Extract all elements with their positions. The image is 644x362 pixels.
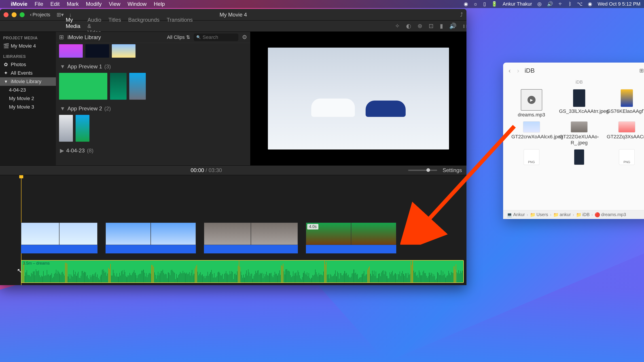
battery-icon[interactable]: 🔋 — [491, 1, 497, 7]
event-header-3[interactable]: ▶ 4-04-23 (8) — [59, 144, 247, 157]
stabilize-icon[interactable]: ▮ — [440, 22, 443, 29]
finder-back-icon[interactable]: ‹ — [508, 67, 511, 74]
sidebar: PROJECT MEDIA 🎬 My Movie 4 LIBRARIES ✿ P… — [0, 32, 56, 165]
event-2-count: (2) — [104, 105, 111, 112]
event-header-1[interactable]: ▼ App Preview 1 (3) — [59, 60, 247, 73]
timeline-clip-2[interactable] — [106, 223, 196, 253]
png-file-icon — [524, 149, 539, 165]
finder-title: iDB — [524, 67, 535, 74]
menu-file[interactable]: File — [35, 1, 44, 7]
timeline[interactable]: 4.0s 3.5m – dreams + ↖ — [0, 175, 466, 285]
tabs-row: My Media Audio & Video Titles Background… — [0, 20, 466, 32]
sidebar-all-events[interactable]: ✦ All Events — [0, 69, 56, 77]
sidebar-project-label: My Movie 4 — [11, 43, 36, 49]
path-crumb[interactable]: 💻 Ankur — [507, 212, 525, 217]
media-audio-thumb[interactable] — [59, 73, 107, 100]
jpeg-file-icon — [574, 149, 584, 165]
app-menu[interactable]: iMovie — [11, 1, 28, 7]
media-browser: ⊞ iMovie Library All Clips ⇅ 🔍 ⚙ — [56, 32, 250, 165]
timeline-settings[interactable]: Settings — [442, 167, 462, 173]
event-1-count: (3) — [104, 63, 111, 70]
finder-item[interactable] — [508, 149, 554, 166]
event-header-2[interactable]: ▼ App Preview 2 (2) — [59, 102, 247, 115]
finder-item-dreams[interactable]: ▶ dreams.mp3 — [508, 89, 554, 118]
finder-window: ‹ › iDB ⊞ ⇅ iDB ▶ dreams.mp3 GS_33lLXcAA… — [503, 62, 644, 219]
enhance-icon[interactable]: ✧ — [395, 22, 400, 29]
finder-view-switcher[interactable]: ⊞ ⇅ — [639, 67, 644, 74]
sidebar-photos[interactable]: ✿ Photos — [0, 60, 56, 69]
media-thumb[interactable] — [59, 115, 73, 142]
menu-view[interactable]: View — [109, 1, 120, 7]
audio-track[interactable]: 3.5m – dreams — [21, 260, 464, 283]
color-correction-icon[interactable]: ⊛ — [418, 22, 422, 29]
media-thumb[interactable] — [110, 73, 126, 100]
timeline-clip-3[interactable] — [204, 223, 298, 253]
bluetooth-icon[interactable]: ᛒ — [569, 1, 572, 7]
finder-item[interactable] — [604, 149, 644, 166]
finder-item[interactable]: GT22Zq3XsAACnYc.jpeg — [604, 121, 644, 146]
noise-icon[interactable]: ⫾⫾ — [463, 22, 466, 29]
media-thumb[interactable] — [59, 44, 83, 58]
grid-icon[interactable]: ⊞ — [59, 34, 64, 41]
path-crumb[interactable]: 📁 Users — [530, 212, 548, 217]
timeline-clip-1[interactable] — [21, 223, 98, 253]
menu-edit[interactable]: Edit — [50, 1, 60, 7]
siri-icon[interactable]: ◉ — [588, 1, 592, 7]
preview-image[interactable] — [268, 48, 449, 149]
jpeg-file-icon — [573, 89, 586, 107]
finder-toolbar[interactable]: ‹ › iDB ⊞ ⇅ — [503, 62, 644, 79]
zoom-slider[interactable] — [408, 170, 437, 171]
jpeg-file-icon — [618, 121, 635, 132]
user-name[interactable]: Ankur Thakur — [503, 1, 532, 7]
media-thumb[interactable] — [76, 115, 90, 142]
sidebar-project[interactable]: 🎬 My Movie 4 — [0, 42, 56, 50]
menu-help[interactable]: Help — [154, 1, 165, 7]
finder-item[interactable] — [556, 149, 602, 166]
color-balance-icon[interactable]: ◐ — [406, 22, 411, 29]
orbit-icon[interactable]: ◎ — [537, 1, 542, 7]
media-thumb[interactable] — [112, 44, 136, 58]
crop-icon[interactable]: ⊡ — [429, 22, 434, 29]
time-display: 00:00 / 03:30 — [191, 167, 222, 173]
clapperboard-icon: 🎬 — [3, 43, 8, 49]
finder-item[interactable]: GT22crwXoAAlcx6.jpeg — [508, 121, 554, 146]
media-search[interactable]: 🔍 — [194, 33, 238, 41]
path-crumb[interactable]: 📁 iDB — [576, 212, 590, 217]
media-thumb[interactable] — [86, 44, 109, 58]
timeline-clip-4[interactable]: 4.0s — [306, 223, 396, 253]
volume-icon[interactable]: 🔊 — [547, 1, 553, 7]
screenrec-icon[interactable]: ◉ — [464, 1, 468, 7]
wifi-icon[interactable]: ᯤ — [558, 1, 563, 7]
control-center-icon[interactable]: ⌥ — [577, 1, 582, 7]
sidebar-event-2[interactable]: My Movie 2 — [0, 94, 56, 103]
sidebar-library[interactable]: ▾ iMovie Library — [0, 77, 56, 86]
sidebar-event-1-label: 4-04-23 — [9, 87, 26, 93]
menu-modify[interactable]: Modify — [86, 1, 102, 7]
search-input[interactable] — [202, 34, 234, 40]
sidebar-event-3[interactable]: My Movie 3 — [0, 103, 56, 111]
phone-icon[interactable]: ▯ — [483, 1, 486, 7]
volume-icon[interactable]: 🔊 — [449, 22, 456, 29]
drag-cursor-icon: ↖ — [17, 267, 22, 274]
finder-item[interactable]: GS_33lLXcAAAtrr.jpeg — [556, 89, 602, 118]
finder-forward-icon[interactable]: › — [517, 67, 519, 74]
datetime[interactable]: Wed Oct 9 5:12 PM — [598, 1, 640, 7]
finder-item[interactable]: GT22ZGeXUAAo-R_.jpeg — [556, 121, 602, 146]
sidebar-event-1[interactable]: 4-04-23 — [0, 86, 56, 94]
event-2-label: App Preview 2 — [68, 105, 102, 112]
event-3-count: (8) — [87, 147, 94, 154]
project-title: My Movie 4 — [220, 12, 247, 18]
clips-filter[interactable]: All Clips ⇅ — [167, 34, 190, 40]
brightness-icon[interactable]: ☼ — [474, 1, 478, 7]
path-crumb[interactable]: 🔴 dreams.mp3 — [594, 212, 626, 217]
finder-item[interactable]: GS76KElaoAAgfTh.jpeg — [604, 89, 644, 118]
clip-duration-badge: 4.0s — [307, 224, 318, 230]
gear-icon[interactable]: ⚙ — [242, 34, 247, 41]
path-crumb[interactable]: 📁 ankur — [553, 212, 571, 217]
media-thumb[interactable] — [129, 73, 146, 100]
share-button[interactable]: ⤴ — [460, 12, 463, 18]
menu-mark[interactable]: Mark — [67, 1, 79, 7]
menu-window[interactable]: Window — [128, 1, 146, 7]
finder-item-label: GT22Zq3XsAACnYc.jpeg — [607, 134, 644, 140]
finder-path-bar[interactable]: 💻 Ankur› 📁 Users› 📁 ankur› 📁 iDB› 🔴 drea… — [503, 210, 644, 219]
